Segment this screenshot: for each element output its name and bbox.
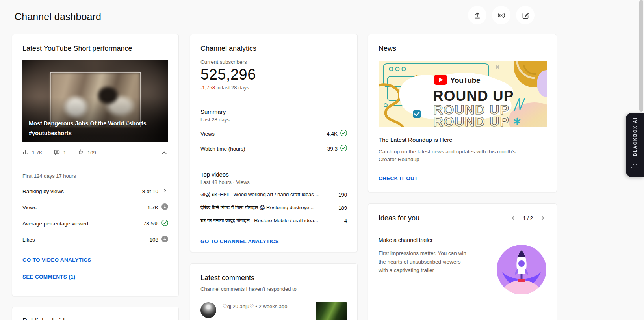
metric-label: Likes (22, 237, 35, 243)
metric-label: Average percentage viewed (22, 221, 88, 227)
metric-row-likes: Likes 108 (22, 236, 168, 244)
video-title-line1: Most Dangerous Jobs Of the World #shorts (29, 119, 163, 128)
check-it-out-link[interactable]: CHECK IT OUT (379, 175, 418, 182)
top-videos-title: Top videos (200, 171, 347, 178)
divider (190, 164, 357, 164)
delta-suffix: in last 28 days (215, 85, 249, 91)
ideas-pager: 1 / 2 (510, 214, 546, 221)
metric-value: 8 of 10 (142, 188, 158, 194)
subscriber-delta: -1,758 in last 28 days (200, 85, 347, 91)
top-video-title: घर पर बनाया जादूई मोबाइल - Restore Mobil… (200, 217, 318, 224)
metric-label: Views (22, 205, 37, 210)
roundup-outline-text-2: ROUND UP (433, 114, 509, 127)
top-video-row[interactable]: जादूई घर बनाया - Wood working art / hand… (200, 191, 347, 198)
go-to-video-analytics-link[interactable]: GO TO VIDEO ANALYTICS (22, 257, 168, 263)
page-title: Channel dashboard (15, 11, 101, 22)
top-video-row[interactable]: देखिए कैसे गिफ्ट में मिला मोबाइल 😱 Resto… (200, 204, 347, 211)
youtube-logo: YouTube (434, 75, 480, 85)
news-body: Catch up on the latest news and updates … (379, 148, 525, 164)
comment-separator: • (255, 303, 257, 309)
pager-count: 1 / 2 (523, 215, 533, 221)
likes-stat: 109 (77, 149, 96, 157)
rocket-illustration (497, 245, 546, 294)
check-circle-icon (340, 130, 347, 138)
svg-text:YouTube: YouTube (450, 76, 480, 84)
views-count: 1.7K (32, 150, 43, 156)
idea-title: Make a channel trailer (379, 236, 546, 244)
current-subscribers-label: Current subscribers (200, 59, 347, 65)
summary-title: Summary (200, 108, 347, 115)
thumbs-up-icon (77, 149, 84, 157)
comments-count: 1 (63, 150, 66, 156)
summary-period: Last 28 days (200, 117, 347, 123)
card-title: News (379, 44, 546, 53)
see-comments-link[interactable]: SEE COMMENTS (1) (22, 274, 168, 280)
latest-comments-card: Latest comments Channel comments I haven… (190, 263, 358, 320)
channel-analytics-card: Channel analytics Current subscribers 52… (190, 34, 358, 252)
header-actions (468, 6, 535, 24)
card-title: Ideas for you (379, 214, 419, 222)
create-icon (521, 11, 530, 20)
collapse-chevron-up-icon[interactable] (160, 149, 168, 157)
comment-author[interactable]: ♡gj 20 anju♡ (223, 303, 254, 309)
comments-subtitle: Channel comments I haven't responded to (200, 286, 347, 292)
comment-row: ♡gj 20 anju♡ • 2 weeks ago (200, 302, 347, 320)
blackbox-ai-side-tab[interactable]: BLACKBOX AI (626, 113, 644, 177)
top-video-views: 189 (338, 205, 347, 211)
top-video-title: जादूई घर बनाया - Wood working art / hand… (200, 191, 319, 198)
analytics-bars-icon (22, 149, 29, 156)
card-title: Published videos (22, 317, 168, 320)
published-videos-card: Published videos (12, 307, 179, 320)
video-stats-row: 1.7K 1 109 (22, 149, 168, 157)
chevron-right-icon (161, 187, 168, 195)
delta-value: -1,758 (200, 85, 215, 91)
go-live-icon (497, 11, 506, 20)
summary-row-views: Views 4.4K (200, 130, 347, 138)
scrollbar-thumb[interactable] (639, 0, 643, 112)
short-video-thumbnail[interactable]: Most Dangerous Jobs Of the World #shorts… (22, 60, 168, 142)
blackbox-ai-label: BLACKBOX AI (633, 117, 637, 156)
ideas-for-you-card: Ideas for you 1 / 2 Make a channel trail… (368, 203, 557, 320)
check-circle-icon (161, 220, 168, 227)
pager-chevron-right-icon[interactable] (539, 214, 546, 221)
go-live-button[interactable] (492, 6, 510, 24)
roundup-solid-text: ROUND UP (433, 88, 514, 104)
top-video-row[interactable]: घर पर बनाया जादूई मोबाइल - Restore Mobil… (200, 217, 347, 224)
news-headline: The Latest Roundup is Here (379, 136, 546, 143)
subscriber-count: 525,296 (200, 65, 347, 84)
views-stat: 1.7K (22, 149, 43, 156)
metric-row-avg-viewed: Average percentage viewed 78.5% (22, 220, 168, 227)
card-title: Latest YouTube Short performance (22, 44, 168, 53)
upload-button[interactable] (468, 6, 486, 24)
comment-icon (54, 149, 60, 157)
channel-dashboard-page: { "page": { "title": "Channel dashboard"… (0, 0, 644, 320)
kv-label: Views (200, 131, 215, 137)
metric-row-ranking[interactable]: Ranking by views 8 of 10 (22, 187, 168, 195)
top-video-views: 190 (338, 192, 347, 198)
create-button[interactable] (516, 6, 535, 24)
metric-value: 1.7K (147, 205, 158, 210)
idea-body: First impressions matter. You can win th… (379, 249, 468, 275)
metric-value: 108 (149, 237, 158, 243)
news-banner-image[interactable]: YouTube ROUND UP ROUND UP ROUND UP (379, 61, 547, 127)
top-videos-period: Last 48 hours · Views (200, 179, 347, 185)
pager-chevron-left-icon[interactable] (510, 214, 517, 221)
summary-row-watch-time: Watch time (hours) 39.3 (200, 145, 347, 153)
kv-label: Watch time (hours) (200, 146, 245, 152)
likes-count: 109 (87, 150, 96, 156)
commenter-avatar[interactable] (200, 302, 216, 318)
video-title-overlay: Most Dangerous Jobs Of the World #shorts… (29, 119, 163, 138)
trend-down-circle-icon (161, 236, 168, 244)
comment-time: 2 weeks ago (259, 303, 288, 309)
comment-video-thumbnail[interactable] (316, 302, 347, 320)
top-video-views: 4 (344, 218, 347, 224)
metric-value: 78.5% (143, 221, 158, 227)
video-title-line2: #youtubeshorts (29, 128, 163, 138)
kv-value-text: 4.4K (327, 131, 338, 137)
card-title: Channel analytics (200, 44, 347, 53)
metric-label: Ranking by views (22, 188, 64, 194)
comments-stat: 1 (54, 149, 66, 157)
divider (190, 101, 357, 101)
go-to-channel-analytics-link[interactable]: GO TO CHANNEL ANALYTICS (200, 238, 279, 245)
card-title: Latest comments (200, 273, 347, 282)
